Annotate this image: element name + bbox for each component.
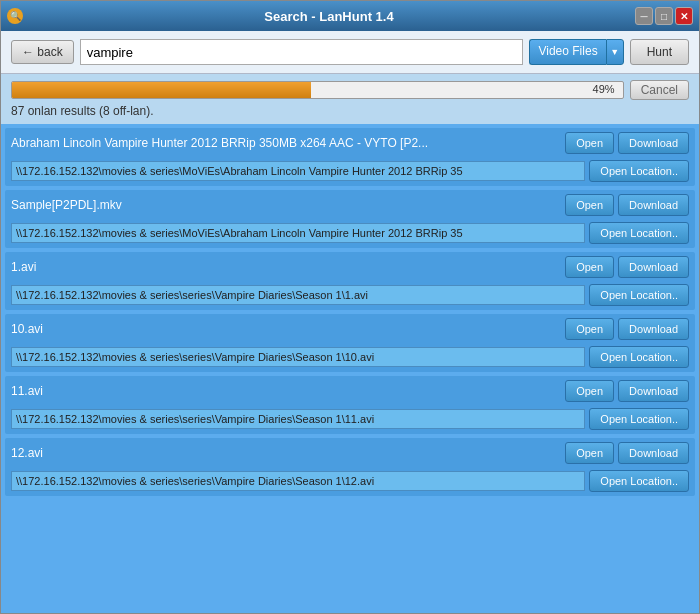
list-item: 10.avi Open Download Open Location.. — [5, 314, 695, 372]
open-button[interactable]: Open — [565, 380, 614, 402]
result-bottom-row: Open Location.. — [5, 158, 695, 186]
result-filename: 10.avi — [11, 322, 561, 336]
open-location-button[interactable]: Open Location.. — [589, 284, 689, 306]
result-filename: 1.avi — [11, 260, 561, 274]
window-controls: ─ □ ✕ — [635, 7, 693, 25]
result-top-row: 1.avi Open Download — [5, 252, 695, 282]
list-item: Sample[P2PDL].mkv Open Download Open Loc… — [5, 190, 695, 248]
list-item: 1.avi Open Download Open Location.. — [5, 252, 695, 310]
result-path-input[interactable] — [11, 409, 585, 429]
result-top-row: 10.avi Open Download — [5, 314, 695, 344]
results-count: 87 onlan results (8 off-lan). — [11, 104, 689, 118]
maximize-button[interactable]: □ — [655, 7, 673, 25]
result-bottom-row: Open Location.. — [5, 468, 695, 496]
progress-percent: 49% — [593, 83, 615, 95]
open-button[interactable]: Open — [565, 442, 614, 464]
filetype-select[interactable]: Video Files — [529, 39, 605, 65]
result-bottom-row: Open Location.. — [5, 220, 695, 248]
open-location-button[interactable]: Open Location.. — [589, 160, 689, 182]
result-bottom-row: Open Location.. — [5, 406, 695, 434]
filetype-dropdown-arrow[interactable]: ▼ — [606, 39, 624, 65]
progress-area: 49% Cancel 87 onlan results (8 off-lan). — [1, 74, 699, 124]
progress-fill — [12, 82, 311, 98]
result-filename: Sample[P2PDL].mkv — [11, 198, 561, 212]
result-top-row: Abraham Lincoln Vampire Hunter 2012 BRRi… — [5, 128, 695, 158]
result-top-row: Sample[P2PDL].mkv Open Download — [5, 190, 695, 220]
open-button[interactable]: Open — [565, 318, 614, 340]
result-filename: 12.avi — [11, 446, 561, 460]
title-bar-left: 🔍 — [7, 8, 23, 24]
list-item: 11.avi Open Download Open Location.. — [5, 376, 695, 434]
open-location-button[interactable]: Open Location.. — [589, 470, 689, 492]
back-button[interactable]: ← back — [11, 40, 74, 64]
open-location-button[interactable]: Open Location.. — [589, 222, 689, 244]
list-item: 12.avi Open Download Open Location.. — [5, 438, 695, 496]
close-button[interactable]: ✕ — [675, 7, 693, 25]
hunt-button[interactable]: Hunt — [630, 39, 689, 65]
toolbar: ← back Video Files ▼ Hunt — [1, 31, 699, 74]
result-filename: 11.avi — [11, 384, 561, 398]
window-title: Search - LanHunt 1.4 — [23, 9, 635, 24]
list-item: Abraham Lincoln Vampire Hunter 2012 BRRi… — [5, 128, 695, 186]
result-path-input[interactable] — [11, 347, 585, 367]
open-location-button[interactable]: Open Location.. — [589, 408, 689, 430]
open-button[interactable]: Open — [565, 194, 614, 216]
open-button[interactable]: Open — [565, 132, 614, 154]
result-path-input[interactable] — [11, 285, 585, 305]
search-input[interactable] — [80, 39, 524, 65]
app-icon: 🔍 — [7, 8, 23, 24]
download-button[interactable]: Download — [618, 194, 689, 216]
download-button[interactable]: Download — [618, 132, 689, 154]
progress-bar: 49% — [11, 81, 624, 99]
open-location-button[interactable]: Open Location.. — [589, 346, 689, 368]
results-list: Abraham Lincoln Vampire Hunter 2012 BRRi… — [1, 124, 699, 613]
result-bottom-row: Open Location.. — [5, 282, 695, 310]
filetype-wrapper: Video Files ▼ — [529, 39, 623, 65]
download-button[interactable]: Download — [618, 380, 689, 402]
result-path-input[interactable] — [11, 223, 585, 243]
title-bar: 🔍 Search - LanHunt 1.4 ─ □ ✕ — [1, 1, 699, 31]
download-button[interactable]: Download — [618, 256, 689, 278]
result-top-row: 12.avi Open Download — [5, 438, 695, 468]
download-button[interactable]: Download — [618, 318, 689, 340]
open-button[interactable]: Open — [565, 256, 614, 278]
minimize-button[interactable]: ─ — [635, 7, 653, 25]
result-bottom-row: Open Location.. — [5, 344, 695, 372]
cancel-button[interactable]: Cancel — [630, 80, 689, 100]
result-filename: Abraham Lincoln Vampire Hunter 2012 BRRi… — [11, 136, 561, 150]
result-path-input[interactable] — [11, 161, 585, 181]
result-top-row: 11.avi Open Download — [5, 376, 695, 406]
download-button[interactable]: Download — [618, 442, 689, 464]
main-window: 🔍 Search - LanHunt 1.4 ─ □ ✕ ← back Vide… — [0, 0, 700, 614]
result-path-input[interactable] — [11, 471, 585, 491]
